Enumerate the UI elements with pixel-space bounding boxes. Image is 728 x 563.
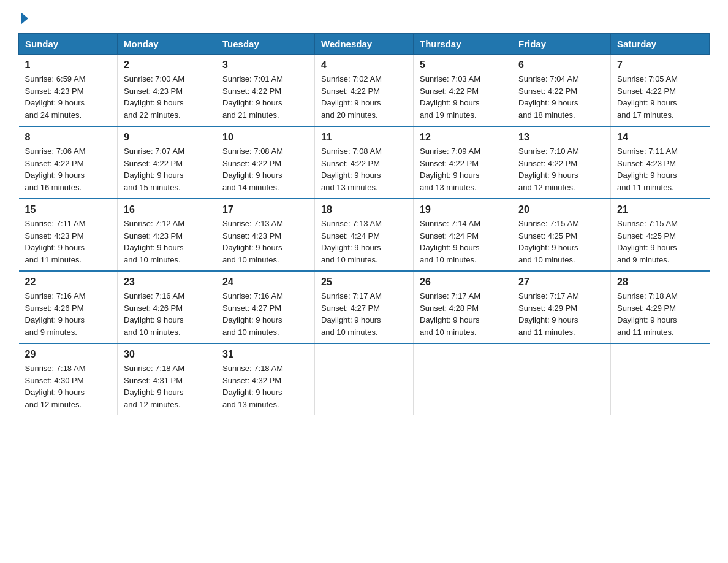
- day-number: 11: [321, 132, 407, 143]
- day-info: Sunrise: 7:11 AMSunset: 4:23 PMDaylight:…: [617, 145, 703, 193]
- day-info: Sunrise: 6:59 AMSunset: 4:23 PMDaylight:…: [25, 73, 112, 121]
- calendar-cell: 23Sunrise: 7:16 AMSunset: 4:26 PMDayligh…: [118, 271, 216, 343]
- day-info: Sunrise: 7:15 AMSunset: 4:25 PMDaylight:…: [518, 218, 604, 266]
- day-info: Sunrise: 7:08 AMSunset: 4:22 PMDaylight:…: [222, 145, 308, 193]
- day-info: Sunrise: 7:00 AMSunset: 4:23 PMDaylight:…: [124, 73, 210, 121]
- calendar-cell: 12Sunrise: 7:09 AMSunset: 4:22 PMDayligh…: [414, 126, 512, 199]
- day-number: 30: [124, 349, 210, 360]
- calendar-cell: 6Sunrise: 7:04 AMSunset: 4:22 PMDaylight…: [512, 55, 611, 127]
- day-info: Sunrise: 7:04 AMSunset: 4:22 PMDaylight:…: [518, 73, 604, 121]
- day-info: Sunrise: 7:16 AMSunset: 4:26 PMDaylight:…: [124, 290, 210, 338]
- day-number: 2: [124, 59, 210, 71]
- calendar-header-row: SundayMondayTuesdayWednesdayThursdayFrid…: [19, 34, 710, 55]
- day-info: Sunrise: 7:03 AMSunset: 4:22 PMDaylight:…: [420, 73, 506, 121]
- calendar-week-row: 22Sunrise: 7:16 AMSunset: 4:26 PMDayligh…: [19, 271, 710, 343]
- calendar-cell: 4Sunrise: 7:02 AMSunset: 4:22 PMDaylight…: [315, 55, 414, 127]
- calendar-cell: 7Sunrise: 7:05 AMSunset: 4:22 PMDaylight…: [611, 55, 710, 127]
- logo-arrow-icon: [21, 12, 28, 25]
- day-info: Sunrise: 7:17 AMSunset: 4:27 PMDaylight:…: [321, 290, 407, 338]
- calendar-cell: 13Sunrise: 7:10 AMSunset: 4:22 PMDayligh…: [512, 126, 611, 199]
- day-number: 18: [321, 204, 407, 215]
- day-info: Sunrise: 7:16 AMSunset: 4:26 PMDaylight:…: [25, 290, 112, 338]
- day-number: 8: [25, 132, 112, 143]
- day-info: Sunrise: 7:17 AMSunset: 4:29 PMDaylight:…: [518, 290, 604, 338]
- day-number: 21: [617, 204, 703, 215]
- calendar-cell: 30Sunrise: 7:18 AMSunset: 4:31 PMDayligh…: [118, 343, 216, 415]
- calendar-cell: 29Sunrise: 7:18 AMSunset: 4:30 PMDayligh…: [19, 343, 118, 415]
- day-info: Sunrise: 7:10 AMSunset: 4:22 PMDaylight:…: [518, 145, 604, 193]
- calendar-cell: 27Sunrise: 7:17 AMSunset: 4:29 PMDayligh…: [512, 271, 611, 343]
- day-info: Sunrise: 7:05 AMSunset: 4:22 PMDaylight:…: [617, 73, 703, 121]
- calendar-cell: [414, 343, 512, 415]
- day-number: 14: [617, 132, 703, 143]
- day-number: 5: [420, 59, 506, 71]
- day-number: 9: [124, 132, 210, 143]
- calendar-cell: 9Sunrise: 7:07 AMSunset: 4:22 PMDaylight…: [118, 126, 216, 199]
- day-info: Sunrise: 7:14 AMSunset: 4:24 PMDaylight:…: [420, 218, 506, 266]
- calendar-cell: 2Sunrise: 7:00 AMSunset: 4:23 PMDaylight…: [118, 55, 216, 127]
- day-number: 16: [124, 204, 210, 215]
- calendar-cell: 21Sunrise: 7:15 AMSunset: 4:25 PMDayligh…: [611, 199, 710, 271]
- day-number: 6: [518, 59, 604, 71]
- calendar-cell: [315, 343, 414, 415]
- calendar-cell: 10Sunrise: 7:08 AMSunset: 4:22 PMDayligh…: [216, 126, 315, 199]
- day-number: 23: [124, 277, 210, 288]
- day-info: Sunrise: 7:18 AMSunset: 4:31 PMDaylight:…: [124, 362, 210, 410]
- calendar-cell: 22Sunrise: 7:16 AMSunset: 4:26 PMDayligh…: [19, 271, 118, 343]
- day-number: 24: [222, 277, 308, 288]
- day-number: 20: [518, 204, 604, 215]
- day-info: Sunrise: 7:18 AMSunset: 4:32 PMDaylight:…: [222, 362, 308, 410]
- calendar-cell: 18Sunrise: 7:13 AMSunset: 4:24 PMDayligh…: [315, 199, 414, 271]
- day-info: Sunrise: 7:18 AMSunset: 4:29 PMDaylight:…: [617, 290, 703, 338]
- calendar-cell: 3Sunrise: 7:01 AMSunset: 4:22 PMDaylight…: [216, 55, 315, 127]
- day-number: 3: [222, 59, 308, 71]
- weekday-header-friday: Friday: [512, 34, 611, 55]
- calendar-cell: 14Sunrise: 7:11 AMSunset: 4:23 PMDayligh…: [611, 126, 710, 199]
- day-number: 13: [518, 132, 604, 143]
- day-info: Sunrise: 7:02 AMSunset: 4:22 PMDaylight:…: [321, 73, 407, 121]
- calendar-week-row: 15Sunrise: 7:11 AMSunset: 4:23 PMDayligh…: [19, 199, 710, 271]
- day-number: 10: [222, 132, 308, 143]
- day-number: 17: [222, 204, 308, 215]
- day-number: 19: [420, 204, 506, 215]
- calendar-week-row: 8Sunrise: 7:06 AMSunset: 4:22 PMDaylight…: [19, 126, 710, 199]
- calendar-cell: 20Sunrise: 7:15 AMSunset: 4:25 PMDayligh…: [512, 199, 611, 271]
- logo: [18, 12, 28, 22]
- calendar-cell: 5Sunrise: 7:03 AMSunset: 4:22 PMDaylight…: [414, 55, 512, 127]
- day-info: Sunrise: 7:09 AMSunset: 4:22 PMDaylight:…: [420, 145, 506, 193]
- day-number: 7: [617, 59, 703, 71]
- day-number: 12: [420, 132, 506, 143]
- day-info: Sunrise: 7:15 AMSunset: 4:25 PMDaylight:…: [617, 218, 703, 266]
- calendar-cell: [512, 343, 611, 415]
- day-info: Sunrise: 7:11 AMSunset: 4:23 PMDaylight:…: [25, 218, 112, 266]
- calendar-cell: 24Sunrise: 7:16 AMSunset: 4:27 PMDayligh…: [216, 271, 315, 343]
- day-number: 4: [321, 59, 407, 71]
- day-number: 22: [25, 277, 112, 288]
- day-info: Sunrise: 7:12 AMSunset: 4:23 PMDaylight:…: [124, 218, 210, 266]
- weekday-header-monday: Monday: [118, 34, 216, 55]
- calendar-cell: 15Sunrise: 7:11 AMSunset: 4:23 PMDayligh…: [19, 199, 118, 271]
- day-info: Sunrise: 7:13 AMSunset: 4:24 PMDaylight:…: [321, 218, 407, 266]
- day-info: Sunrise: 7:08 AMSunset: 4:22 PMDaylight:…: [321, 145, 407, 193]
- page-header: [18, 12, 710, 22]
- day-number: 29: [25, 349, 112, 360]
- calendar-cell: 11Sunrise: 7:08 AMSunset: 4:22 PMDayligh…: [315, 126, 414, 199]
- day-number: 28: [617, 277, 703, 288]
- weekday-header-tuesday: Tuesday: [216, 34, 315, 55]
- calendar-cell: 25Sunrise: 7:17 AMSunset: 4:27 PMDayligh…: [315, 271, 414, 343]
- day-info: Sunrise: 7:17 AMSunset: 4:28 PMDaylight:…: [420, 290, 506, 338]
- day-number: 1: [25, 59, 112, 71]
- calendar-cell: 26Sunrise: 7:17 AMSunset: 4:28 PMDayligh…: [414, 271, 512, 343]
- day-info: Sunrise: 7:18 AMSunset: 4:30 PMDaylight:…: [25, 362, 112, 410]
- calendar-cell: 8Sunrise: 7:06 AMSunset: 4:22 PMDaylight…: [19, 126, 118, 199]
- calendar-cell: [611, 343, 710, 415]
- calendar-cell: 1Sunrise: 6:59 AMSunset: 4:23 PMDaylight…: [19, 55, 118, 127]
- day-info: Sunrise: 7:01 AMSunset: 4:22 PMDaylight:…: [222, 73, 308, 121]
- day-number: 15: [25, 204, 112, 215]
- day-info: Sunrise: 7:06 AMSunset: 4:22 PMDaylight:…: [25, 145, 112, 193]
- day-info: Sunrise: 7:16 AMSunset: 4:27 PMDaylight:…: [222, 290, 308, 338]
- day-info: Sunrise: 7:13 AMSunset: 4:23 PMDaylight:…: [222, 218, 308, 266]
- calendar-cell: 28Sunrise: 7:18 AMSunset: 4:29 PMDayligh…: [611, 271, 710, 343]
- weekday-header-thursday: Thursday: [414, 34, 512, 55]
- day-number: 31: [222, 349, 308, 360]
